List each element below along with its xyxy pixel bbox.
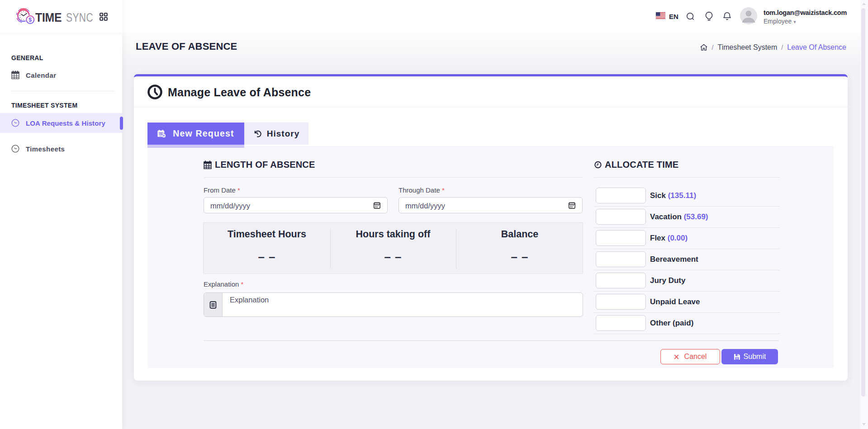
svg-text:$: $: [28, 17, 32, 23]
